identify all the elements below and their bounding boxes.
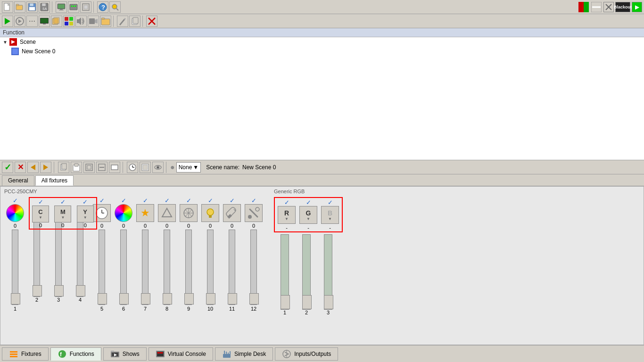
tree-child-scene[interactable]: New Scene 0 [0, 47, 644, 56]
ch8-check[interactable]: ✓ [165, 197, 170, 204]
ch1-fader-thumb[interactable] [11, 293, 20, 304]
ch2-fader-thumb[interactable] [33, 285, 42, 296]
ch7-fader-thumb[interactable] [141, 293, 150, 304]
rgb-ch2-check[interactable]: ✓ [306, 199, 311, 206]
blackout-button[interactable]: Blackout [615, 2, 630, 12]
ch3-check[interactable]: ✓ [60, 198, 66, 206]
ch5-check[interactable]: ✓ [99, 197, 105, 204]
rgb-num-3: 3 [327, 310, 330, 315]
rgb-ch2-btn[interactable]: G ▼ [299, 206, 317, 224]
ch10-check[interactable]: ✓ [208, 197, 213, 204]
ch2-btn[interactable]: C ▼ [32, 206, 49, 222]
ch12-fader-thumb[interactable] [249, 293, 259, 304]
add-collection-button[interactable] [51, 16, 62, 27]
copy-button[interactable] [129, 16, 140, 27]
ch4-btn[interactable]: Y ▼ [77, 206, 94, 222]
ch4-fader-thumb[interactable] [76, 285, 85, 296]
ch7-check[interactable]: ✓ [143, 197, 148, 204]
tab-fixtures[interactable]: Fixtures [2, 347, 49, 361]
rgb-thumb-1[interactable] [281, 295, 290, 309]
rgb-thumb-3[interactable] [324, 295, 333, 309]
tab-shows[interactable]: Shows [103, 347, 147, 361]
ch12-check[interactable]: ✓ [251, 197, 256, 204]
open-button[interactable] [14, 1, 25, 13]
ch8-btn[interactable] [158, 204, 176, 222]
ch11-check[interactable]: ✓ [230, 197, 235, 204]
tab-virtual-console[interactable]: Virtual Console [149, 347, 213, 361]
tab-io[interactable]: Inputs/Outputs [275, 347, 338, 361]
help-button[interactable]: ? [97, 1, 108, 13]
rgb-thumb-2[interactable] [302, 295, 312, 309]
rgb-ch1-check[interactable]: ✓ [284, 199, 289, 206]
ch11-fader-thumb[interactable] [228, 293, 237, 304]
add-scene-button[interactable] [2, 16, 13, 27]
svg-marker-77 [162, 208, 172, 217]
close-button[interactable] [603, 2, 614, 12]
copy-scene-button[interactable] [58, 162, 69, 173]
tab-simple-desk[interactable]: Simple Desk [215, 347, 273, 361]
speed-dropdown[interactable]: None ▼ [176, 162, 201, 173]
ch1-colorwheel[interactable] [6, 204, 24, 222]
white-line-button[interactable] [591, 1, 602, 13]
add-sequence-button[interactable]: ⋯ [26, 16, 38, 27]
tab-functions[interactable]: f Functions [50, 347, 101, 361]
sep-mid [113, 16, 115, 27]
paste-scene-button[interactable] [71, 162, 82, 173]
delete-button[interactable] [146, 16, 157, 27]
reject-button[interactable]: ✕ [15, 162, 26, 173]
tree-root-scene[interactable]: ▼ Scene [0, 37, 644, 47]
ch9-check[interactable]: ✓ [186, 197, 191, 204]
add-show-button[interactable] [100, 16, 111, 27]
channel-7: ✓ ★ 0 7 [134, 197, 156, 312]
ch11-btn[interactable] [223, 204, 241, 222]
eye-button[interactable] [152, 162, 164, 173]
ch2-check[interactable]: ✓ [38, 198, 43, 206]
clock-button[interactable] [127, 162, 138, 173]
disable-button[interactable] [96, 162, 107, 173]
ch6-fader-thumb[interactable] [119, 293, 129, 304]
clone-button[interactable] [83, 162, 95, 173]
layers-button[interactable] [140, 162, 151, 173]
fullscreen-button[interactable] [80, 1, 91, 13]
tab-all-fixtures[interactable]: All fixtures [35, 175, 74, 186]
accept-button[interactable]: ✓ [2, 162, 13, 173]
red-green-button[interactable] [578, 1, 589, 13]
add-video-button[interactable] [88, 16, 99, 27]
ch3-val: 0 [61, 222, 64, 228]
ch10-fader-thumb[interactable] [206, 293, 215, 304]
ch1-check[interactable]: ✓ [13, 197, 18, 204]
ch6-check[interactable]: ✓ [121, 197, 126, 204]
add-chaser-button[interactable] [14, 16, 25, 27]
ch8-fader-thumb[interactable] [163, 293, 172, 304]
dmx-button[interactable] [68, 1, 79, 13]
search-button[interactable] [109, 1, 121, 13]
save-as-button[interactable]: SA [39, 1, 50, 13]
add-efx-button[interactable] [39, 16, 50, 27]
ch4-check[interactable]: ✓ [83, 198, 88, 206]
ch7-btn[interactable]: ★ [136, 204, 154, 222]
rgb-faders: 1 2 [274, 234, 343, 315]
ch5-fader-thumb[interactable] [98, 293, 107, 304]
channel-1: ✓ 0 1 [4, 197, 26, 312]
rectangle-button[interactable] [109, 162, 120, 173]
forward-button[interactable] [40, 162, 51, 173]
rgb-ch1-btn[interactable]: R ▼ [278, 206, 296, 224]
ch9-btn[interactable] [180, 204, 198, 222]
ch9-fader-thumb[interactable] [184, 293, 194, 304]
tab-general[interactable]: General [2, 175, 34, 186]
ch3-fader-thumb[interactable] [54, 285, 64, 296]
ch12-btn[interactable] [245, 204, 263, 222]
save-button[interactable] [26, 1, 38, 13]
ch10-btn[interactable] [201, 204, 219, 222]
back-button[interactable] [27, 162, 39, 173]
monitor-button[interactable] [56, 1, 67, 13]
ch3-btn[interactable]: M ▼ [54, 206, 71, 222]
rgb-ch3-btn[interactable]: B ▼ [321, 206, 339, 224]
play-button[interactable]: ▶ [632, 2, 642, 12]
add-rgb-button[interactable] [63, 16, 74, 27]
new-button[interactable] [2, 1, 13, 13]
rgb-ch3-check[interactable]: ✓ [328, 199, 333, 206]
add-audio-button[interactable] [75, 16, 87, 27]
edit-button[interactable] [117, 16, 128, 27]
ch6-colorwheel[interactable] [115, 204, 132, 222]
